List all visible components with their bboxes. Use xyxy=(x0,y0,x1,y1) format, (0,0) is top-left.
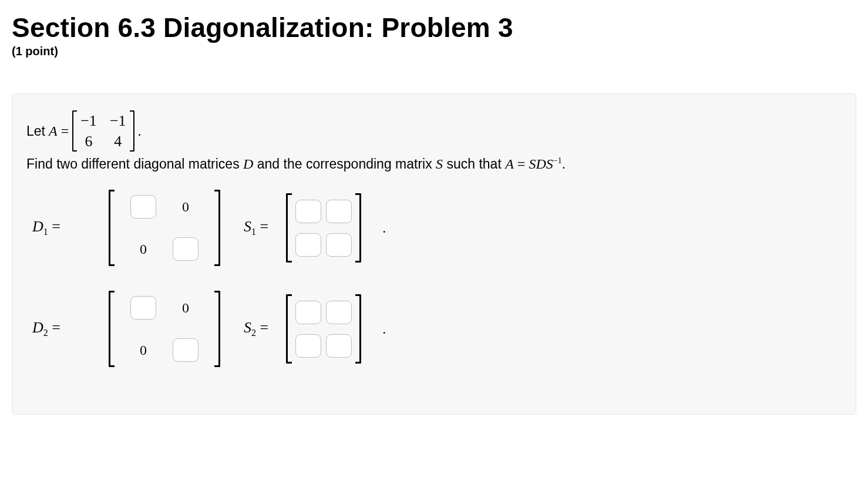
S2-s22-input[interactable] xyxy=(326,334,352,358)
S2-label: S2 = xyxy=(238,319,268,338)
D2-zero-12: 0 xyxy=(182,300,189,316)
let-text: Let xyxy=(26,123,45,139)
instr-pre: Find two different diagonal matrices xyxy=(26,156,243,171)
right-bracket-icon xyxy=(130,110,134,152)
D1-sub: 1 xyxy=(43,227,48,237)
eq-eq: = xyxy=(514,156,529,171)
D2-zero-21: 0 xyxy=(140,342,147,358)
problem-panel: Let A = −1 −1 6 4 . Find two different d… xyxy=(12,93,856,415)
matrix-S2 xyxy=(286,294,361,364)
eq-SDS: SDS xyxy=(529,156,553,171)
right-bracket-icon xyxy=(355,294,361,364)
var-A: A xyxy=(49,123,58,139)
row1-period: . xyxy=(382,220,386,236)
definition-period: . xyxy=(138,123,142,139)
var-D: D xyxy=(243,156,253,171)
answer-row-1: D1 = 0 0 S1 = xyxy=(26,190,842,266)
instruction-line: Find two different diagonal matrices D a… xyxy=(26,156,842,172)
D1-label: D1 = xyxy=(26,218,91,237)
right-bracket-icon xyxy=(355,193,361,263)
matrix-A-r1c1: −1 xyxy=(80,112,97,130)
D1-zero-21: 0 xyxy=(140,241,147,257)
left-bracket-icon xyxy=(286,294,292,364)
D1-d22-input[interactable] xyxy=(173,237,199,261)
D2-label: D2 = xyxy=(26,319,91,338)
S2-sub: 2 xyxy=(251,328,256,338)
D2-d22-input[interactable] xyxy=(173,338,199,362)
S1-sub: 1 xyxy=(251,227,256,237)
S2-var: S xyxy=(244,319,251,336)
D2-d11-input[interactable] xyxy=(130,296,156,320)
S1-s12-input[interactable] xyxy=(326,200,352,223)
left-bracket-icon xyxy=(109,190,115,266)
matrix-A-r1c2: −1 xyxy=(110,112,126,130)
S2-s12-input[interactable] xyxy=(326,301,352,324)
D1-zero-12: 0 xyxy=(182,199,189,215)
instr-post: such that xyxy=(443,156,505,171)
eq-A: A xyxy=(505,156,514,171)
S1-s22-input[interactable] xyxy=(326,233,352,257)
left-bracket-icon xyxy=(286,193,292,263)
right-bracket-icon xyxy=(214,190,220,266)
definition-line: Let A = −1 −1 6 4 . xyxy=(26,110,842,152)
row2-period: . xyxy=(382,321,386,337)
equals-sign: = xyxy=(61,123,69,139)
right-bracket-icon xyxy=(214,291,220,367)
D1-var: D xyxy=(32,218,43,235)
eq-exp: −1 xyxy=(553,156,562,165)
left-bracket-icon xyxy=(109,291,115,367)
D2-var: D xyxy=(32,319,43,336)
S1-s11-input[interactable] xyxy=(295,200,321,223)
matrix-A-r2c2: 4 xyxy=(114,133,122,150)
matrix-D1: 0 0 xyxy=(109,190,220,266)
instr-mid: and the corresponding matrix xyxy=(253,156,436,171)
S1-var: S xyxy=(244,218,251,235)
matrix-S1 xyxy=(286,193,361,263)
instr-end: . xyxy=(562,156,566,171)
D1-d11-input[interactable] xyxy=(130,195,156,218)
left-bracket-icon xyxy=(72,110,77,152)
answer-row-2: D2 = 0 0 S2 = xyxy=(26,291,842,367)
S2-s21-input[interactable] xyxy=(295,334,321,358)
D2-sub: 2 xyxy=(43,328,48,338)
matrix-D2: 0 0 xyxy=(109,291,220,367)
S2-s11-input[interactable] xyxy=(295,301,321,324)
var-S: S xyxy=(436,156,443,171)
S1-label: S1 = xyxy=(238,218,268,237)
S1-s21-input[interactable] xyxy=(295,233,321,257)
matrix-A-r2c1: 6 xyxy=(85,133,93,150)
page-title: Section 6.3 Diagonalization: Problem 3 xyxy=(12,12,856,43)
matrix-A: −1 −1 6 4 xyxy=(72,110,134,152)
points-label: (1 point) xyxy=(12,45,856,58)
